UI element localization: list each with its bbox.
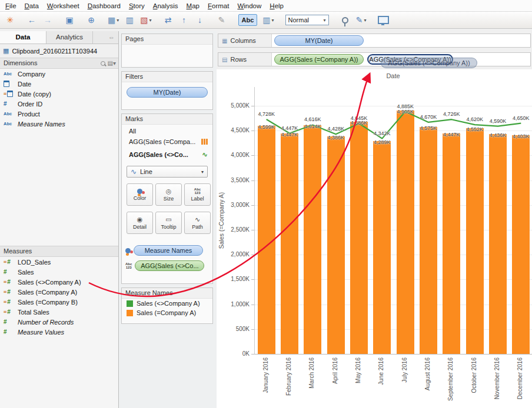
dimension-measure-names[interactable]: AbcMeasure Names (0, 119, 118, 129)
menu-analysis[interactable]: Analysis (149, 1, 182, 11)
measures-header: Measures (0, 246, 118, 257)
field-type-icon: =# (4, 299, 18, 305)
legend-item-sales-company-a[interactable]: Sales (<>Company A) (122, 299, 212, 308)
view-size-select[interactable]: Normal▾ (285, 15, 329, 25)
measure-total-sales[interactable]: =#Total Sales (0, 307, 118, 317)
y-tick-label: 1,000K (217, 301, 250, 307)
dimension-date-copy[interactable]: =Date (copy) (0, 89, 118, 99)
rows-shelf-label: ▤ Rows (218, 53, 272, 66)
tab-data[interactable]: Data (0, 31, 46, 44)
presentation-mode-icon[interactable] (378, 14, 389, 26)
dimension-date[interactable]: Date (0, 79, 118, 89)
new-datasource-icon[interactable]: ⊕ (86, 14, 97, 26)
duplicate-sheet-icon[interactable]: ▥ (124, 14, 135, 26)
dimensions-header-label: Dimensions (4, 59, 37, 66)
measure-sales-company-a[interactable]: =#Sales (=Company A) (0, 287, 118, 297)
pin-icon[interactable] (340, 14, 351, 26)
measure-sales-company-b[interactable]: =#Sales (=Company B) (0, 297, 118, 307)
swap-rows-columns-icon[interactable]: ⇄ (163, 14, 174, 26)
menu-dashboard[interactable]: Dashboard (84, 1, 125, 11)
marks-pill-measure-names[interactable]: Measure Names (134, 245, 203, 256)
menu-worksheet[interactable]: Worksheet (43, 1, 84, 11)
marks-pill-agg-sales-co[interactable]: AGG(Sales (<>Co... (135, 260, 204, 271)
search-icon[interactable] (101, 61, 105, 66)
marks-layer-agg-sales-compa[interactable]: AGG(Sales (=Compa... (122, 136, 212, 146)
new-datasource-icon-glyph: ⊕ (88, 16, 95, 24)
marks-layer-all[interactable]: All (122, 126, 212, 136)
measure-sales-company-a[interactable]: =#Sales (<>Company A) (0, 277, 118, 287)
tab-analytics[interactable]: Analytics (46, 31, 93, 44)
field-label: Company (18, 71, 45, 78)
y-tick-label: 0K (217, 350, 250, 357)
chevron-down-icon: ▾ (149, 18, 151, 23)
plot-area: 4,728K4,447K4,616K4,428K4,645K4,342K4,88… (254, 87, 532, 355)
dimension-company[interactable]: AbcCompany (0, 69, 118, 79)
x-tick-label-january-2016: January 2016 (262, 357, 270, 408)
sort-ascending-icon[interactable]: ↑ (179, 14, 189, 26)
redo-icon[interactable]: → (42, 14, 53, 26)
menu-help[interactable]: Help (265, 1, 288, 11)
fit-axes-icon[interactable]: ▥▾ (262, 14, 274, 26)
filters-card[interactable]: Filters MY(Date) (121, 71, 213, 110)
dimension-order-id[interactable]: #Order ID (0, 99, 118, 109)
field-type-icon: =# (4, 259, 18, 265)
marks-button-detail[interactable]: ◉Detail (127, 212, 153, 234)
marks-button-label[interactable]: Abc123Label (184, 183, 211, 206)
rows-shelf[interactable]: ▤ Rows AGG(Sales (=Company A)) AGG(Sales… (218, 52, 531, 66)
x-tick-label-may-2016: May 2016 (355, 357, 362, 408)
datasource-item[interactable]: ▦ Clipboard_20160211T103944 (0, 44, 118, 58)
marks-layer-label: All (129, 128, 136, 135)
column-field-label: Date (254, 72, 532, 79)
field-label: Date (copy) (18, 91, 51, 98)
show-mark-labels-button[interactable]: Abc (238, 14, 258, 26)
legend-items: Sales (<>Company A)Sales (=Company A) (122, 299, 212, 317)
x-tick-label-april-2016: April 2016 (332, 357, 339, 408)
undo-icon[interactable]: ← (26, 14, 37, 26)
menu-data[interactable]: Data (21, 1, 43, 11)
clear-sheet-icon[interactable]: ▧▾ (140, 14, 151, 26)
pages-card[interactable]: Pages (121, 34, 213, 68)
columns-pill-my-date[interactable]: MY(Date) (274, 35, 364, 46)
columns-shelf[interactable]: ▦ Columns MY(Date) (218, 34, 531, 48)
filters-card-title: Filters (122, 72, 212, 82)
marks-button-label: Tooltip (161, 224, 176, 230)
marks-button-size[interactable]: ◎Size (155, 183, 182, 206)
bar-label-march-2016: 4,614K (297, 123, 328, 129)
sort-descending-icon[interactable]: ↓ (195, 14, 205, 26)
worksheet-area: ▦ Columns MY(Date) ▤ Rows AGG(Sales (=Co… (217, 31, 532, 408)
pane-swap-icon[interactable]: ⇔ (105, 31, 118, 44)
group-members-icon[interactable]: ✎ (217, 14, 227, 26)
measure-number-of-records[interactable]: #Number of Records (0, 317, 118, 327)
marks-layer-agg-sales-co[interactable]: AGG(Sales (<>Co...∿ (122, 149, 212, 159)
menu-window[interactable]: Window (233, 1, 265, 11)
marks-button-path[interactable]: ∿Path (184, 212, 211, 234)
menu-map[interactable]: Map (182, 1, 204, 11)
measure-measure-values[interactable]: #Measure Values (0, 327, 118, 337)
menu-file[interactable]: File (1, 1, 21, 11)
field-type-icon: = (4, 91, 18, 97)
menu-format[interactable]: Format (204, 1, 233, 11)
detail-icon: ◉ (137, 216, 143, 223)
bar-label-september-2016: 4,447K (436, 132, 467, 138)
save-icon[interactable]: ▣ (64, 14, 75, 26)
view-menu-icon[interactable]: ▤▾ (108, 58, 116, 68)
tableau-logo-icon[interactable]: ✳ (5, 14, 15, 26)
marks-button-tooltip[interactable]: ▭Tooltip (155, 212, 182, 234)
tableau-logo-icon-glyph: ✳ (6, 16, 14, 24)
annotation-pen-icon[interactable]: ✎▾ (356, 14, 367, 26)
measure-sales[interactable]: #Sales (0, 267, 118, 277)
field-label: Sales (=Company B) (18, 299, 78, 306)
rows-pill-agg-sales-company-a[interactable]: AGG(Sales (=Company A)) (274, 54, 364, 65)
filter-pill-my-date[interactable]: MY(Date) (127, 87, 208, 98)
menu-story[interactable]: Story (125, 1, 149, 11)
mark-type-dropdown[interactable]: ∿ Line ▾ (127, 166, 208, 178)
rows-icon: ▤ (222, 56, 227, 63)
measure-lod-sales[interactable]: =#LOD_Sales (0, 257, 118, 267)
marks-button-label: Color (134, 195, 147, 201)
bar-label-january-2016: 4,599K (251, 124, 282, 130)
dimension-product[interactable]: AbcProduct (0, 109, 118, 119)
marks-button-label: Detail (133, 224, 147, 230)
new-worksheet-icon[interactable]: ▦▾ (108, 14, 119, 26)
legend-item-sales-company-a[interactable]: Sales (=Company A) (122, 308, 212, 317)
marks-button-color[interactable]: Color (127, 183, 153, 206)
